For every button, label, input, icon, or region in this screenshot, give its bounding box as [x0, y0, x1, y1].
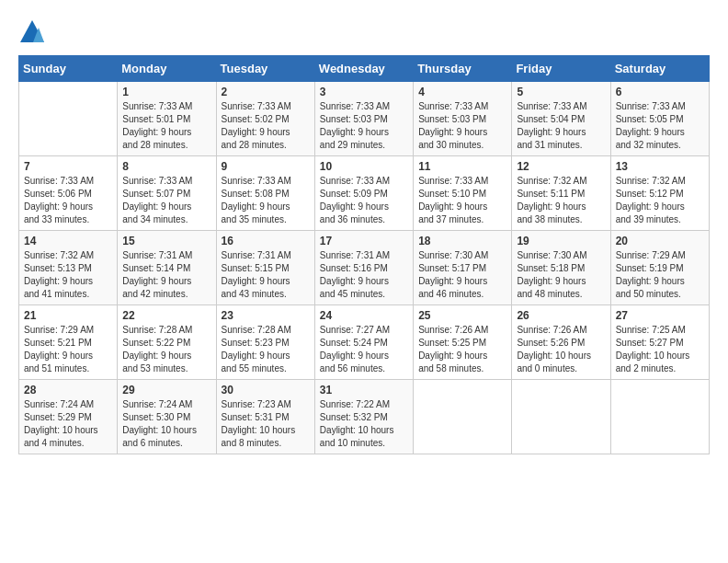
day-number: 16 [222, 235, 310, 247]
calendar-cell: 18Sunrise: 7:30 AMSunset: 5:17 PMDayligh… [414, 231, 512, 305]
day-info: Sunrise: 7:25 AMSunset: 5:27 PMDaylight:… [616, 324, 704, 375]
page-header [18, 18, 710, 46]
day-number: 6 [616, 86, 704, 98]
day-info: Sunrise: 7:31 AMSunset: 5:15 PMDaylight:… [222, 249, 310, 301]
calendar-cell: 22Sunrise: 7:28 AMSunset: 5:22 PMDayligh… [118, 305, 216, 380]
logo-icon [18, 18, 46, 46]
calendar-cell: 3Sunrise: 7:33 AMSunset: 5:03 PMDaylight… [314, 82, 413, 156]
day-info: Sunrise: 7:29 AMSunset: 5:21 PMDaylight:… [24, 324, 112, 375]
calendar-cell: 13Sunrise: 7:32 AMSunset: 5:12 PMDayligh… [610, 156, 709, 231]
column-header-saturday: Saturday [610, 56, 709, 82]
calendar-cell [512, 380, 610, 454]
day-number: 1 [122, 86, 210, 98]
calendar-cell: 16Sunrise: 7:31 AMSunset: 5:15 PMDayligh… [216, 231, 314, 305]
day-info: Sunrise: 7:28 AMSunset: 5:22 PMDaylight:… [122, 324, 210, 375]
day-number: 5 [517, 86, 605, 98]
column-header-wednesday: Wednesday [314, 56, 413, 82]
day-number: 2 [222, 86, 310, 98]
day-info: Sunrise: 7:30 AMSunset: 5:17 PMDaylight:… [418, 249, 506, 301]
calendar-cell: 2Sunrise: 7:33 AMSunset: 5:02 PMDaylight… [216, 82, 314, 156]
day-number: 8 [122, 160, 210, 173]
column-header-thursday: Thursday [414, 56, 512, 82]
calendar-cell: 9Sunrise: 7:33 AMSunset: 5:08 PMDaylight… [216, 156, 314, 231]
day-number: 27 [616, 309, 704, 322]
calendar-week-row: 28Sunrise: 7:24 AMSunset: 5:29 PMDayligh… [19, 380, 710, 454]
day-number: 9 [222, 160, 310, 173]
calendar-cell: 30Sunrise: 7:23 AMSunset: 5:31 PMDayligh… [216, 380, 314, 454]
day-info: Sunrise: 7:33 AMSunset: 5:05 PMDaylight:… [616, 100, 704, 152]
day-info: Sunrise: 7:28 AMSunset: 5:23 PMDaylight:… [222, 324, 310, 375]
day-info: Sunrise: 7:33 AMSunset: 5:04 PMDaylight:… [517, 100, 605, 152]
logo [18, 18, 50, 46]
day-info: Sunrise: 7:32 AMSunset: 5:11 PMDaylight:… [517, 175, 605, 226]
column-header-monday: Monday [118, 56, 216, 82]
calendar-cell: 4Sunrise: 7:33 AMSunset: 5:03 PMDaylight… [414, 82, 512, 156]
column-header-sunday: Sunday [19, 56, 118, 82]
day-number: 18 [418, 235, 506, 247]
day-number: 14 [24, 235, 112, 247]
day-info: Sunrise: 7:30 AMSunset: 5:18 PMDaylight:… [517, 249, 605, 301]
calendar-cell [610, 380, 709, 454]
day-number: 26 [517, 309, 605, 322]
calendar-cell [19, 82, 118, 156]
calendar-cell: 20Sunrise: 7:29 AMSunset: 5:19 PMDayligh… [610, 231, 709, 305]
calendar-cell: 7Sunrise: 7:33 AMSunset: 5:06 PMDaylight… [19, 156, 118, 231]
day-number: 4 [418, 86, 506, 98]
day-number: 10 [320, 160, 408, 173]
day-info: Sunrise: 7:32 AMSunset: 5:13 PMDaylight:… [24, 249, 112, 301]
calendar-cell: 24Sunrise: 7:27 AMSunset: 5:24 PMDayligh… [314, 305, 413, 380]
day-info: Sunrise: 7:29 AMSunset: 5:19 PMDaylight:… [616, 249, 704, 301]
calendar-cell: 5Sunrise: 7:33 AMSunset: 5:04 PMDaylight… [512, 82, 610, 156]
day-number: 20 [616, 235, 704, 247]
calendar-cell: 8Sunrise: 7:33 AMSunset: 5:07 PMDaylight… [118, 156, 216, 231]
calendar-cell: 29Sunrise: 7:24 AMSunset: 5:30 PMDayligh… [118, 380, 216, 454]
calendar-cell: 23Sunrise: 7:28 AMSunset: 5:23 PMDayligh… [216, 305, 314, 380]
day-number: 12 [517, 160, 605, 173]
day-info: Sunrise: 7:31 AMSunset: 5:14 PMDaylight:… [122, 249, 210, 301]
calendar-cell: 31Sunrise: 7:22 AMSunset: 5:32 PMDayligh… [314, 380, 413, 454]
day-info: Sunrise: 7:33 AMSunset: 5:02 PMDaylight:… [222, 100, 310, 152]
day-info: Sunrise: 7:24 AMSunset: 5:29 PMDaylight:… [24, 398, 112, 450]
day-info: Sunrise: 7:33 AMSunset: 5:06 PMDaylight:… [24, 175, 112, 226]
day-number: 29 [122, 384, 210, 396]
day-info: Sunrise: 7:33 AMSunset: 5:09 PMDaylight:… [320, 175, 408, 226]
calendar-header-row: SundayMondayTuesdayWednesdayThursdayFrid… [19, 56, 710, 82]
calendar-cell: 1Sunrise: 7:33 AMSunset: 5:01 PMDaylight… [118, 82, 216, 156]
day-number: 28 [24, 384, 112, 396]
day-info: Sunrise: 7:33 AMSunset: 5:03 PMDaylight:… [418, 100, 506, 152]
calendar-cell: 6Sunrise: 7:33 AMSunset: 5:05 PMDaylight… [610, 82, 709, 156]
calendar-cell: 26Sunrise: 7:26 AMSunset: 5:26 PMDayligh… [512, 305, 610, 380]
day-info: Sunrise: 7:24 AMSunset: 5:30 PMDaylight:… [122, 398, 210, 450]
calendar-week-row: 7Sunrise: 7:33 AMSunset: 5:06 PMDaylight… [19, 156, 710, 231]
calendar-cell: 10Sunrise: 7:33 AMSunset: 5:09 PMDayligh… [314, 156, 413, 231]
day-info: Sunrise: 7:27 AMSunset: 5:24 PMDaylight:… [320, 324, 408, 375]
day-number: 7 [24, 160, 112, 173]
day-info: Sunrise: 7:32 AMSunset: 5:12 PMDaylight:… [616, 175, 704, 226]
column-header-tuesday: Tuesday [216, 56, 314, 82]
calendar-cell: 14Sunrise: 7:32 AMSunset: 5:13 PMDayligh… [19, 231, 118, 305]
day-info: Sunrise: 7:33 AMSunset: 5:10 PMDaylight:… [418, 175, 506, 226]
day-number: 3 [320, 86, 408, 98]
calendar-cell: 11Sunrise: 7:33 AMSunset: 5:10 PMDayligh… [414, 156, 512, 231]
calendar-cell [414, 380, 512, 454]
calendar-cell: 25Sunrise: 7:26 AMSunset: 5:25 PMDayligh… [414, 305, 512, 380]
calendar-cell: 28Sunrise: 7:24 AMSunset: 5:29 PMDayligh… [19, 380, 118, 454]
day-number: 11 [418, 160, 506, 173]
day-info: Sunrise: 7:33 AMSunset: 5:01 PMDaylight:… [122, 100, 210, 152]
calendar-week-row: 1Sunrise: 7:33 AMSunset: 5:01 PMDaylight… [19, 82, 710, 156]
calendar-cell: 21Sunrise: 7:29 AMSunset: 5:21 PMDayligh… [19, 305, 118, 380]
day-info: Sunrise: 7:33 AMSunset: 5:03 PMDaylight:… [320, 100, 408, 152]
calendar-cell: 15Sunrise: 7:31 AMSunset: 5:14 PMDayligh… [118, 231, 216, 305]
day-info: Sunrise: 7:26 AMSunset: 5:26 PMDaylight:… [517, 324, 605, 375]
day-number: 24 [320, 309, 408, 322]
day-number: 13 [616, 160, 704, 173]
day-number: 23 [222, 309, 310, 322]
day-number: 25 [418, 309, 506, 322]
day-info: Sunrise: 7:26 AMSunset: 5:25 PMDaylight:… [418, 324, 506, 375]
day-info: Sunrise: 7:33 AMSunset: 5:07 PMDaylight:… [122, 175, 210, 226]
day-number: 21 [24, 309, 112, 322]
calendar-cell: 12Sunrise: 7:32 AMSunset: 5:11 PMDayligh… [512, 156, 610, 231]
calendar-cell: 27Sunrise: 7:25 AMSunset: 5:27 PMDayligh… [610, 305, 709, 380]
day-info: Sunrise: 7:33 AMSunset: 5:08 PMDaylight:… [222, 175, 310, 226]
calendar-week-row: 14Sunrise: 7:32 AMSunset: 5:13 PMDayligh… [19, 231, 710, 305]
